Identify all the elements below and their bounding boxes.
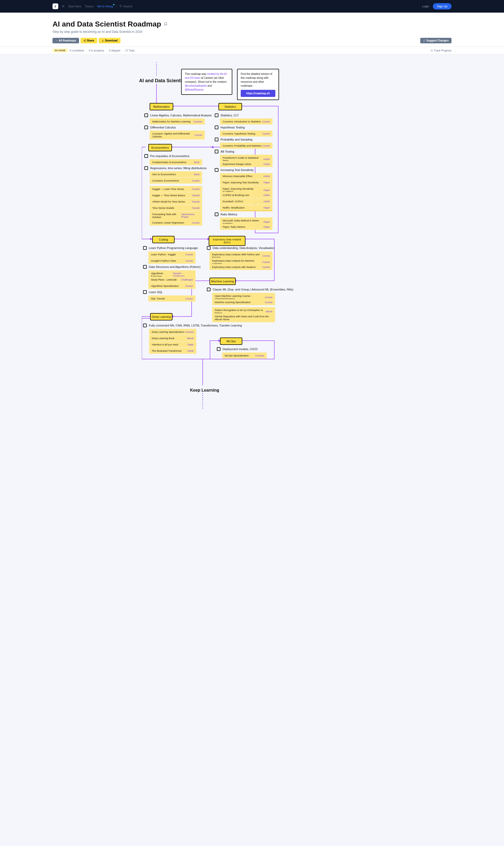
svg-line-1 xyxy=(121,6,122,7)
menu-icon[interactable]: ≡ xyxy=(62,4,64,9)
res-coursecon[interactable]: Coursera: EconometricsCourse xyxy=(150,178,202,183)
progress-skipped: 0 skipped xyxy=(109,49,120,52)
sub-dl: Fully connected NN, CNN, RNN, LSTM, Tran… xyxy=(143,323,242,327)
root-title: AI and Data Scientist xyxy=(139,78,186,84)
checkbox[interactable] xyxy=(215,113,218,117)
res-linreg[interactable]: Coursera: Linear RegressionCourse xyxy=(150,219,202,226)
svg-point-4 xyxy=(85,41,86,41)
svg-point-2 xyxy=(85,40,86,40)
download-button[interactable]: Download xyxy=(99,38,121,43)
sub-dsa: Data Structures and Algorithms (Python) xyxy=(143,265,201,269)
res-sqltut[interactable]: SQL TutorialCourse xyxy=(148,296,196,301)
res-ratiop[interactable]: Paper: Ratio MetricsPaper xyxy=(220,224,272,230)
checkbox[interactable] xyxy=(144,154,148,158)
res-improvets[interactable]: Paper: Improving Test SensitivityPaper xyxy=(220,179,272,186)
res-fundecon[interactable]: Fundamentals of econometricsBook xyxy=(150,159,202,165)
checkbox[interactable] xyxy=(215,126,218,129)
res-mde[interactable]: Minimum Detectable EffectArticle xyxy=(220,173,272,179)
nav-start-here[interactable]: Start Here xyxy=(68,5,81,8)
checkbox[interactable] xyxy=(144,113,148,117)
res-github[interactable]: GitHub Repository with Notes and Code fr… xyxy=(212,313,275,322)
progress-left: 0% DONE 0 completed· 0 in progress· 0 sk… xyxy=(53,48,134,53)
res-introecon[interactable]: Intro to EconometricsBook xyxy=(150,171,202,177)
bookmark-icon[interactable] xyxy=(164,22,167,27)
sub-sql: Learn SQL xyxy=(143,290,163,294)
res-illustrans[interactable]: The Illustrated TransformerArticle xyxy=(149,348,196,354)
res-dlbook[interactable]: Deep Learning BookeBook xyxy=(149,335,196,341)
nav-teams[interactable]: Teams xyxy=(85,5,93,8)
checkbox[interactable] xyxy=(143,265,147,269)
res-mlspec[interactable]: Machine Learning SpecializationCourse xyxy=(212,299,275,305)
res-kagglets2[interactable]: Kaggle — Time Series BasicsTutorial xyxy=(150,192,202,198)
checkbox[interactable] xyxy=(215,212,218,216)
topic-dl[interactable]: Deep Learning xyxy=(150,313,173,320)
topic-eda[interactable]: Exploratory Data Analysis (EDA) xyxy=(209,236,246,246)
res-attention[interactable]: Attention is all you needPaper xyxy=(149,341,196,348)
topic-mathematics[interactable]: Mathematics xyxy=(150,103,173,110)
res-kagglepy[interactable]: Learn Python - KaggleCourse xyxy=(148,251,196,258)
res-introstats[interactable]: Coursera: Introduction to StatisticsCour… xyxy=(220,119,272,124)
res-dlspec[interactable]: Deep Learning SpecializationCourses xyxy=(149,329,196,335)
subtitle: Step by step guide to becoming an AI and… xyxy=(53,30,451,34)
res-tsmodels[interactable]: Time Series ModelsTutorial xyxy=(150,205,202,211)
res-netflix[interactable]: Netflix: StratificationPaper xyxy=(220,205,272,211)
signup-button[interactable]: Sign Up xyxy=(433,3,451,10)
checkbox[interactable] xyxy=(215,138,218,141)
sub-statsclt: Statistics, CLT xyxy=(215,113,239,117)
topic-coding[interactable]: Coding xyxy=(152,236,175,243)
res-algospec[interactable]: Algorithms SpecializationCourse xyxy=(148,283,196,289)
res-seaborn[interactable]: Exploratory Data Analysis with SeabornCo… xyxy=(210,264,272,270)
logo[interactable]: r xyxy=(53,3,58,9)
sub-ratio: Ratio Metrics xyxy=(215,212,237,216)
share-button[interactable]: Share xyxy=(80,38,97,43)
search-box[interactable]: Search xyxy=(116,5,132,8)
sub-diffcalc: Differential Calculus xyxy=(144,126,176,129)
res-probstats[interactable]: Coursera: Probability and StatisticsCour… xyxy=(220,143,272,149)
toolbar-left: ← All Roadmaps Share Download xyxy=(53,38,121,43)
res-forecast[interactable]: Forecasting Task with SolutionOpenSource… xyxy=(150,211,202,220)
checkbox[interactable] xyxy=(217,347,220,351)
res-googlepy[interactable]: Google's Python ClassCourse xyxy=(148,258,196,264)
search-placeholder: Search xyxy=(123,5,132,8)
res-mlopsspec[interactable]: MLOps SpecializationCourses xyxy=(222,352,267,358)
topic-ml[interactable]: Machine Learning xyxy=(210,278,236,285)
search-icon xyxy=(120,5,122,8)
svg-point-0 xyxy=(120,5,122,7)
sub-linalg: Linear Algebra, Calculus, Mathematical A… xyxy=(144,113,212,117)
nav-hiring[interactable]: We're Hiring xyxy=(97,5,113,8)
res-hyptest[interactable]: Coursera: Hypothesis TestingCourse xyxy=(220,130,272,137)
topic-statistics[interactable]: Statistics xyxy=(218,103,242,110)
checkbox[interactable] xyxy=(215,150,218,153)
checkbox[interactable] xyxy=(215,168,218,172)
topic-econometrics[interactable]: Econometrics xyxy=(148,144,172,151)
res-mathml[interactable]: Mathematics for Machine LearningCourses xyxy=(150,119,205,124)
login-link[interactable]: Login xyxy=(422,5,429,8)
res-doordash[interactable]: Doordash: CUPACArticle xyxy=(220,198,272,204)
roadmap-link-button[interactable]: https://roadmap.sh xyxy=(241,90,275,97)
handle-2[interactable]: @BulatShkanov xyxy=(185,88,204,91)
suggest-button[interactable]: Suggest Changes xyxy=(420,38,451,43)
checkbox[interactable] xyxy=(207,287,211,291)
progress-completed: 0 completed xyxy=(70,49,84,52)
all-roadmaps-button[interactable]: ← All Roadmaps xyxy=(53,38,79,43)
topic-mlops[interactable]: MLOps xyxy=(220,337,242,345)
res-arima[interactable]: ARIMA Model for Time SeriesTutorial xyxy=(150,198,202,205)
svg-line-6 xyxy=(84,40,85,40)
checkbox[interactable] xyxy=(143,323,147,327)
res-kagglets[interactable]: Kaggle — Learn Time SeriesCourse xyxy=(150,186,202,192)
progress-bar: 0% DONE 0 completed· 0 in progress· 0 sk… xyxy=(0,47,504,54)
checkbox[interactable] xyxy=(144,126,148,129)
keep-learning: Keep Learning xyxy=(190,388,219,393)
sub-deploy: Deployment models, CI/CD xyxy=(217,347,257,351)
checkbox[interactable] xyxy=(143,246,147,250)
res-leetcode[interactable]: Study Plans - LeetcodeChallenges xyxy=(148,277,196,283)
checkbox[interactable] xyxy=(144,166,148,170)
res-expdesign[interactable]: Experiment Design ArticleArticle xyxy=(220,161,272,167)
res-algcalc[interactable]: Coursera: Algebra and Differential Calcu… xyxy=(150,130,205,139)
handle-1[interactable]: @mohamadtweets xyxy=(185,84,207,87)
checkbox[interactable] xyxy=(143,290,147,294)
track-progress[interactable]: Track Progress xyxy=(431,49,451,52)
checkbox[interactable] xyxy=(207,246,211,250)
progress-total: 17 Total xyxy=(125,49,134,52)
res-booking[interactable]: CUPED at Booking.comArticle xyxy=(220,192,272,198)
